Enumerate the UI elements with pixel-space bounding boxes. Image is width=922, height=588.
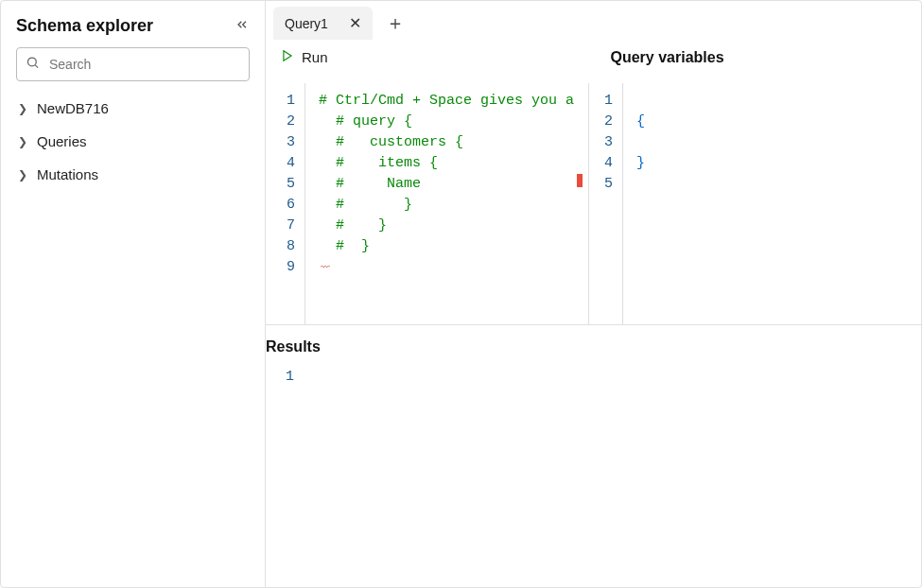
- query-code[interactable]: # Ctrl/Cmd + Space gives you a # query {…: [304, 83, 588, 324]
- results-gutter: 1: [266, 363, 304, 391]
- add-tab-button[interactable]: ＋: [378, 7, 412, 40]
- sidebar-title: Schema explorer: [16, 16, 153, 36]
- results-code[interactable]: [304, 363, 309, 391]
- tab-bar: Query1 ✕ ＋: [266, 1, 921, 40]
- run-label: Run: [302, 49, 328, 65]
- results-panel: Results 1: [266, 324, 921, 587]
- variables-gutter: 12345: [599, 83, 622, 324]
- toolbar: Run: [266, 40, 594, 83]
- query-variables-title: Query variables: [609, 49, 907, 76]
- tab-query1[interactable]: Query1 ✕: [273, 7, 373, 40]
- svg-point-0: [28, 58, 37, 66]
- query-editor[interactable]: 123456789 # Ctrl/Cmd + Space gives you a…: [281, 83, 589, 324]
- results-title: Results: [266, 338, 906, 363]
- variables-code[interactable]: { }: [622, 83, 906, 324]
- search-icon: [26, 56, 40, 74]
- tree-item-newdb716[interactable]: ❯ NewDB716: [16, 96, 250, 120]
- tree-item-label: Queries: [37, 133, 87, 149]
- chevron-right-icon: ❯: [18, 102, 31, 115]
- chevron-right-icon: ❯: [18, 135, 31, 148]
- run-button[interactable]: Run: [281, 49, 328, 65]
- tree-item-mutations[interactable]: ❯ Mutations: [16, 163, 250, 186]
- error-squiggle: 〰: [319, 263, 329, 273]
- tree-item-label: Mutations: [37, 166, 98, 182]
- tab-label: Query1: [285, 16, 328, 31]
- svg-line-1: [35, 65, 38, 68]
- search-input[interactable]: [16, 47, 250, 81]
- tree-item-queries[interactable]: ❯ Queries: [16, 130, 250, 153]
- svg-marker-2: [284, 51, 291, 61]
- variables-editor[interactable]: 12345 { }: [599, 83, 906, 324]
- cursor-marker: [577, 174, 583, 187]
- main-area: Query1 ✕ ＋ Run Query variables 12345: [266, 1, 921, 587]
- query-gutter: 123456789: [281, 83, 304, 324]
- collapse-sidebar-icon[interactable]: [235, 17, 250, 36]
- play-icon: [281, 49, 294, 65]
- schema-explorer-sidebar: Schema explorer ❯ NewDB716 ❯ Queries ❯ M…: [1, 1, 266, 587]
- tree-item-label: NewDB716: [37, 100, 109, 116]
- chevron-right-icon: ❯: [18, 168, 31, 182]
- close-tab-icon[interactable]: ✕: [349, 14, 361, 32]
- schema-tree: ❯ NewDB716 ❯ Queries ❯ Mutations: [12, 93, 253, 186]
